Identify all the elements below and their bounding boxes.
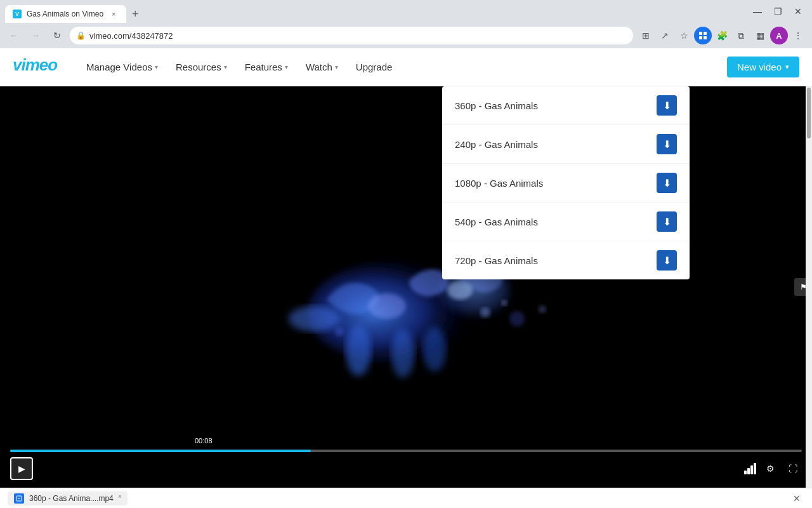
play-button[interactable]: ▶ <box>10 457 33 480</box>
svg-point-7 <box>346 325 371 376</box>
svg-rect-2 <box>699 36 702 39</box>
page-content: vimeo Manage Videos ▾ Resources ▾ Featur… <box>0 48 812 508</box>
tab-close-button[interactable]: × <box>108 9 119 19</box>
minimize-button[interactable]: — <box>749 3 766 20</box>
download-bar: 360p - Gas Anima....mp4 ^ ✕ <box>0 488 812 508</box>
address-text: vimeo.com/438247872 <box>89 31 627 41</box>
forward-button[interactable]: → <box>27 27 44 44</box>
nav-features[interactable]: Features ▾ <box>237 48 296 86</box>
vimeo-header: vimeo Manage Videos ▾ Resources ▾ Featur… <box>0 48 812 86</box>
svg-point-8 <box>391 330 414 378</box>
svg-point-15 <box>539 305 546 313</box>
download-item-360p[interactable]: 360p - Gas Animals ⬇ <box>442 86 690 125</box>
download-item-720p[interactable]: 720p - Gas Animals ⬇ <box>442 241 690 279</box>
quality-signal-icon <box>744 463 756 474</box>
chevron-down-icon: ▾ <box>224 64 227 70</box>
maximize-button[interactable]: ❐ <box>769 3 787 20</box>
svg-point-12 <box>501 300 508 306</box>
nav-manage-videos[interactable]: Manage Videos ▾ <box>79 48 166 86</box>
download-dropdown: 360p - Gas Animals ⬇ 240p - Gas Animals … <box>442 86 690 279</box>
lock-icon: 🔒 <box>76 31 86 40</box>
svg-rect-0 <box>699 32 702 35</box>
fullscreen-button[interactable]: ⛶ <box>784 460 802 478</box>
download-file-item[interactable]: 360p - Gas Anima....mp4 ^ <box>8 491 128 505</box>
translate-icon[interactable]: ⊞ <box>637 27 655 44</box>
nav-resources[interactable]: Resources ▾ <box>168 48 235 86</box>
download-item-1080p[interactable]: 1080p - Gas Animals ⬇ <box>442 164 690 203</box>
browser-toolbar: ← → ↻ 🔒 vimeo.com/438247872 ⊞ ↗ ☆ 🧩 ⧉ ▦ … <box>0 23 812 48</box>
chevron-down-icon: ▾ <box>285 64 288 70</box>
svg-point-17 <box>368 293 406 319</box>
svg-point-11 <box>480 307 490 318</box>
nav-watch[interactable]: Watch ▾ <box>298 48 346 86</box>
back-button[interactable]: ← <box>5 27 23 44</box>
svg-point-14 <box>509 311 525 326</box>
controls-row: ▶ ⚙ ⛶ <box>10 457 802 480</box>
close-window-button[interactable]: ✕ <box>789 3 807 20</box>
toolbar-icons: ⊞ ↗ ☆ 🧩 ⧉ ▦ A ⋮ <box>637 27 807 44</box>
progress-track[interactable] <box>10 450 802 452</box>
new-tab-button[interactable]: + <box>126 5 144 23</box>
svg-point-10 <box>289 306 339 331</box>
nav-upgrade[interactable]: Upgrade <box>348 48 400 86</box>
window-controls: — ❐ ✕ <box>749 3 807 20</box>
vimeo-logo[interactable]: vimeo <box>13 55 63 79</box>
split-screen-icon[interactable]: ⧉ <box>732 27 750 44</box>
svg-rect-1 <box>704 32 707 35</box>
svg-point-9 <box>423 327 446 371</box>
new-video-button[interactable]: New video ▾ <box>727 57 799 77</box>
browser-window: V Gas Animals on Vimeo × + — ❐ ✕ ← → ↻ 🔒… <box>0 0 812 508</box>
progress-fill <box>10 450 311 452</box>
download-item-540p[interactable]: 540p - Gas Animals ⬇ <box>442 203 690 241</box>
close-downloads-button[interactable]: ✕ <box>789 491 804 506</box>
address-bar[interactable]: 🔒 vimeo.com/438247872 <box>70 27 633 44</box>
menu-icon[interactable]: ⋮ <box>789 27 807 44</box>
download-chevron-icon[interactable]: ^ <box>119 495 122 502</box>
video-controls: 00:08 ▶ ⚙ ⛶ <box>0 443 812 488</box>
extensions-icon[interactable]: 🧩 <box>713 27 731 44</box>
refresh-button[interactable]: ↻ <box>48 27 66 44</box>
bookmark-icon[interactable]: ☆ <box>675 27 693 44</box>
svg-point-13 <box>335 327 344 336</box>
svg-text:vimeo: vimeo <box>13 55 58 74</box>
header-right: New video ▾ <box>727 57 799 77</box>
download-icon[interactable]: ⬇ <box>657 95 677 116</box>
profile-avatar[interactable]: A <box>770 27 788 44</box>
download-icon[interactable]: ⬇ <box>657 211 677 232</box>
tab-favicon: V <box>13 10 22 18</box>
extension-active-icon[interactable] <box>694 27 712 44</box>
share-icon[interactable]: ↗ <box>656 27 674 44</box>
download-icon[interactable]: ⬇ <box>657 134 677 154</box>
chevron-down-icon: ▾ <box>785 63 789 71</box>
tab-title: Gas Animals on Vimeo <box>27 10 103 18</box>
scrollbar[interactable] <box>806 86 812 488</box>
scroll-thumb[interactable] <box>807 88 811 138</box>
nav-links: Manage Videos ▾ Resources ▾ Features ▾ W… <box>79 48 727 86</box>
sidebar-icon[interactable]: ▦ <box>751 27 769 44</box>
settings-button[interactable]: ⚙ <box>761 460 779 478</box>
browser-titlebar: V Gas Animals on Vimeo × + — ❐ ✕ <box>0 0 812 23</box>
download-icon[interactable]: ⬇ <box>657 250 677 271</box>
download-icon[interactable]: ⬇ <box>657 173 677 193</box>
download-filename: 360p - Gas Anima....mp4 <box>29 494 114 503</box>
chevron-down-icon: ▾ <box>155 64 158 70</box>
tab-bar: V Gas Animals on Vimeo × + <box>5 0 746 23</box>
download-item-240p[interactable]: 240p - Gas Animals ⬇ <box>442 125 690 164</box>
time-tooltip: 00:08 <box>191 436 216 446</box>
file-icon <box>14 493 24 504</box>
svg-rect-3 <box>704 36 707 39</box>
svg-point-16 <box>447 281 473 300</box>
active-tab[interactable]: V Gas Animals on Vimeo × <box>5 5 126 23</box>
chevron-down-icon: ▾ <box>335 64 338 70</box>
progress-bar-container: 00:08 <box>10 450 802 452</box>
video-player[interactable]: 00:08 ▶ ⚙ ⛶ <box>0 86 812 488</box>
